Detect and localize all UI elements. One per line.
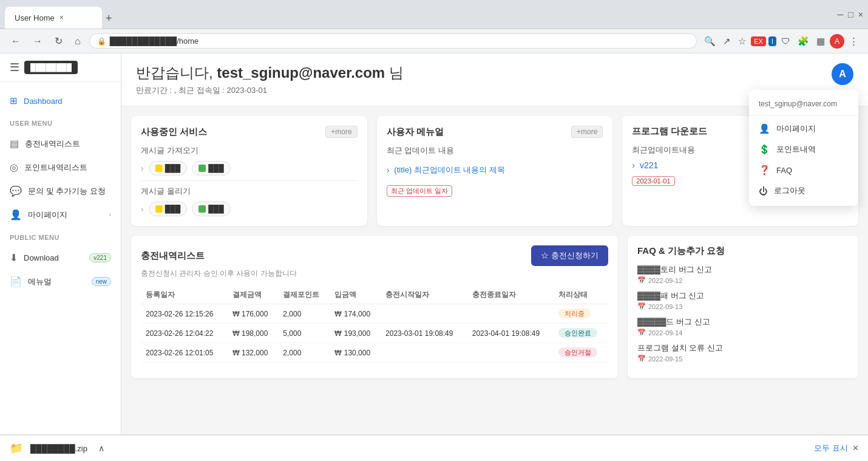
download-title: 프로그램 다운로드 bbox=[632, 126, 707, 137]
extension-ex[interactable]: EX bbox=[751, 36, 766, 46]
sidebar-item-point-list[interactable]: ◎ 포인트내역리스트 bbox=[0, 155, 121, 179]
tab-close-btn[interactable]: × bbox=[59, 13, 64, 22]
table-row: 2023-02-26 12:15:26 ₩ 176,000 2,000 ₩ 17… bbox=[141, 304, 608, 324]
manual-item: › (title) 최근업데이트 내용의 제목 bbox=[387, 161, 603, 179]
manual-link[interactable]: (title) 최근업데이트 내용의 제목 bbox=[394, 165, 505, 176]
address-bar[interactable]: 🔒 ████████████/home bbox=[89, 33, 697, 49]
service-dot-yellow-3 bbox=[155, 205, 163, 213]
faq-item-date: 📅 2022-09-13 bbox=[637, 302, 849, 310]
manual-card: 사용자 메뉴얼 +more 최근 업데이트 내용 › (title) 최근업데이… bbox=[377, 116, 613, 226]
sidebar-download-label: Download bbox=[24, 253, 59, 262]
faq-date-text: 2022-09-14 bbox=[648, 329, 682, 336]
hamburger-menu[interactable]: ☰ bbox=[10, 61, 19, 74]
services-upload-badges: ███ ███ bbox=[149, 202, 231, 216]
sidebar-user-menu-title: USER MENU bbox=[0, 115, 121, 132]
faq-list: ▓▓▓▓토리 버그 신고 📅 2022-09-12 ▓▓▓▓패 버그 신고 📅 … bbox=[637, 264, 849, 363]
sidebar-point-list-label: 포인트내역리스트 bbox=[24, 162, 87, 173]
charge-list-icon: ▤ bbox=[10, 138, 19, 149]
cell-deposit: ₩ 130,000 bbox=[330, 343, 381, 363]
search-icon[interactable]: 🔍 bbox=[702, 33, 718, 49]
faq-item-title: ▓▓▓▓▓드 버그 신고 bbox=[637, 316, 849, 327]
bookmark-icon[interactable]: ☆ bbox=[736, 33, 748, 49]
sidebar-item-charge-list[interactable]: ▤ 충전내역리스트 bbox=[0, 132, 121, 155]
my-page-arrow: › bbox=[109, 211, 111, 218]
faq-card: FAQ & 기능추가 요청 ▓▓▓▓토리 버그 신고 📅 2022-09-12 … bbox=[628, 236, 858, 378]
home-btn[interactable]: ⌂ bbox=[71, 33, 84, 49]
dropdown-item-logout[interactable]: ⏻ 로그아웃 bbox=[749, 180, 858, 201]
extension-puzzle[interactable]: 🧩 bbox=[795, 33, 812, 49]
services-fetch-chevron: › bbox=[141, 163, 144, 173]
extension-i[interactable]: I bbox=[768, 36, 776, 46]
dropdown-logout-label: 로그아웃 bbox=[774, 185, 805, 196]
dropdown-faq-label: FAQ bbox=[776, 166, 792, 175]
new-tab-btn[interactable]: + bbox=[102, 9, 116, 29]
sidebar-item-download[interactable]: ⬇ Download v221 bbox=[0, 246, 121, 270]
back-btn[interactable]: ← bbox=[7, 33, 24, 49]
share-icon[interactable]: ↗ bbox=[721, 33, 733, 49]
services-more-btn[interactable]: +more bbox=[325, 126, 357, 138]
status-badge: 승인거절 bbox=[558, 347, 597, 357]
services-upload-title: 게시글 올리기 bbox=[141, 186, 358, 197]
faq-item-date: 📅 2022-09-15 bbox=[637, 355, 849, 363]
services-upload-row: › ███ ███ bbox=[141, 202, 358, 216]
cell-date: 2023-02-26 12:15:26 bbox=[141, 304, 228, 324]
active-tab[interactable]: User Home × bbox=[5, 7, 102, 29]
dropdown-item-my-page[interactable]: 👤 마이페이지 bbox=[749, 118, 858, 139]
cell-status: 승인완료 bbox=[554, 324, 608, 343]
close-window-icon[interactable]: × bbox=[858, 10, 863, 19]
lock-icon: 🔒 bbox=[97, 37, 106, 46]
calendar-icon: 📅 bbox=[637, 276, 646, 284]
charge-table: 등록일자 결제금액 결제포인트 입금액 충전시작일자 충전종료일자 처리상태 2… bbox=[141, 286, 608, 363]
calendar-icon: 📅 bbox=[637, 329, 646, 336]
dropdown-item-faq[interactable]: ❓ FAQ bbox=[749, 160, 858, 180]
cell-amount: ₩ 176,000 bbox=[228, 304, 279, 324]
sidebar-public-menu-title: PUBLIC MENU bbox=[0, 229, 121, 246]
extension-layout[interactable]: ▦ bbox=[814, 33, 827, 49]
col-date: 등록일자 bbox=[141, 286, 228, 304]
cell-points: 2,000 bbox=[278, 304, 330, 324]
menu-dots[interactable]: ⋮ bbox=[847, 33, 861, 49]
sidebar-item-dashboard[interactable]: ⊞ Dashboard bbox=[0, 89, 121, 112]
faq-title: FAQ & 기능추가 요청 bbox=[637, 245, 849, 257]
cell-status: 승인거절 bbox=[554, 343, 608, 363]
extension-shield[interactable]: 🛡 bbox=[779, 33, 793, 49]
cell-deposit: ₩ 193,000 bbox=[330, 324, 381, 343]
bottom-bar-actions: 모두 표시 × bbox=[814, 443, 858, 454]
nav-bar: ← → ↻ ⌂ 🔒 ████████████/home 🔍 ↗ ☆ EX I 🛡… bbox=[0, 29, 868, 53]
manual-more-btn[interactable]: +more bbox=[571, 126, 603, 138]
inquiry-icon: 💬 bbox=[10, 185, 22, 197]
download-version-link[interactable]: v221 bbox=[640, 160, 658, 170]
sidebar-item-my-page[interactable]: 👤 마이페이지 › bbox=[0, 203, 121, 227]
service-dot-green-2 bbox=[198, 165, 206, 172]
sidebar-item-manual[interactable]: 📄 메뉴얼 new bbox=[0, 270, 121, 293]
cell-status: 처리중 bbox=[554, 304, 608, 324]
col-points: 결제포인트 bbox=[278, 286, 330, 304]
sidebar: ☰ ████████ ⊞ Dashboard USER MENU ▤ 충전내역리… bbox=[0, 53, 121, 461]
app-container: ☰ ████████ ⊞ Dashboard USER MENU ▤ 충전내역리… bbox=[0, 53, 868, 461]
user-avatar-nav[interactable]: A bbox=[830, 34, 844, 49]
download-date-badge: 2023-01-01 bbox=[632, 176, 674, 186]
minimize-icon[interactable]: ─ bbox=[837, 10, 843, 19]
bottom-bar-close-btn[interactable]: × bbox=[853, 443, 858, 454]
services-title: 사용중인 서비스 bbox=[141, 126, 207, 138]
cell-amount: ₩ 198,000 bbox=[228, 324, 279, 343]
show-all-btn[interactable]: 모두 표시 bbox=[814, 443, 848, 454]
bottom-bar-expand-btn[interactable]: ∧ bbox=[95, 442, 108, 454]
avatar-button[interactable]: A bbox=[832, 63, 853, 85]
manual-icon: 📄 bbox=[10, 276, 22, 287]
faq-item-date: 📅 2022-09-14 bbox=[637, 329, 849, 336]
maximize-icon[interactable]: □ bbox=[848, 10, 853, 19]
sidebar-dashboard-label: Dashboard bbox=[24, 97, 63, 106]
manual-badge: new bbox=[92, 277, 111, 286]
sidebar-nav: ⊞ Dashboard USER MENU ▤ 충전내역리스트 ◎ 포인트내역리… bbox=[0, 82, 121, 301]
refresh-btn[interactable]: ↻ bbox=[51, 33, 66, 49]
welcome-suffix: 님 bbox=[385, 64, 404, 81]
welcome-username: test_sginup@naver.com bbox=[217, 64, 385, 81]
charge-apply-btn[interactable]: ☆ 충전신청하기 bbox=[531, 245, 608, 266]
forward-btn[interactable]: → bbox=[29, 33, 46, 49]
dropdown-faq-icon: ❓ bbox=[759, 165, 770, 176]
welcome-subtitle: 만료기간 : , 최근 접속일 : 2023-03-01 bbox=[136, 85, 404, 96]
dropdown-item-points[interactable]: 💲 포인트내역 bbox=[749, 139, 858, 160]
sidebar-item-inquiry[interactable]: 💬 문의 및 추가기능 요청 bbox=[0, 179, 121, 203]
cell-date: 2023-02-26 12:04:22 bbox=[141, 324, 228, 343]
